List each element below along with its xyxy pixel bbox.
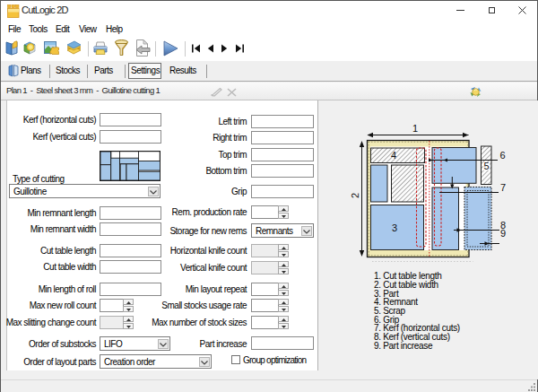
svg-text:9: 9 <box>500 228 506 239</box>
svg-text:4: 4 <box>391 150 396 161</box>
svg-text:1: 1 <box>412 123 418 134</box>
svg-text:7: 7 <box>500 182 506 193</box>
svg-text:3: 3 <box>392 222 397 233</box>
svg-text:5: 5 <box>483 161 489 171</box>
svg-text:2: 2 <box>350 193 360 198</box>
svg-text:6: 6 <box>500 150 506 161</box>
